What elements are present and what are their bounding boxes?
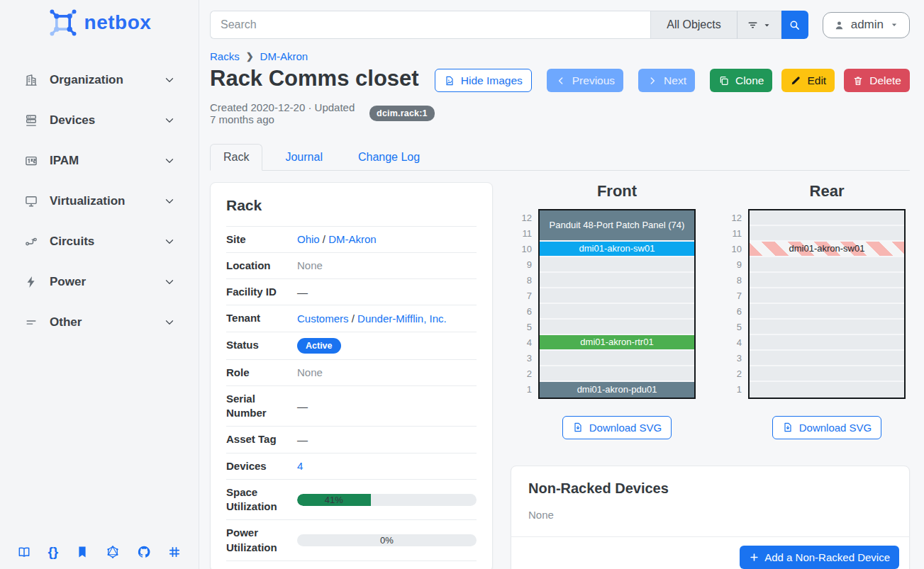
rack-elevation-rear: Rear 121110987654321 dmi01-akron-sw01 Do… [720, 182, 906, 439]
value-link-ohio[interactable]: Ohio [297, 233, 320, 245]
rack-unit-empty[interactable] [750, 351, 904, 366]
chevron-left-icon [555, 75, 567, 86]
edit-button[interactable]: Edit [781, 69, 835, 92]
rack-unit-empty[interactable] [540, 351, 694, 366]
graphql-icon[interactable] [106, 545, 120, 559]
search-scope-select[interactable]: All Objects [650, 11, 737, 39]
hide-images-button[interactable]: Hide Images [435, 69, 532, 92]
rack-unit-empty[interactable] [540, 320, 694, 335]
rack-unit-empty[interactable] [750, 304, 904, 320]
bookmark-icon[interactable] [75, 545, 89, 559]
rack-unit-empty[interactable] [750, 382, 904, 398]
netbox-logo[interactable]: netbox [0, 7, 199, 38]
rack-unit-empty[interactable] [540, 288, 694, 304]
rack-unit-empty[interactable] [750, 226, 904, 242]
chevron-down-icon [163, 195, 176, 208]
rack-device[interactable]: dmi01-akron-sw01 [750, 242, 904, 257]
search-button[interactable] [781, 11, 808, 39]
sidebar-item-organization[interactable]: Organization [0, 60, 199, 100]
rack-unit-empty[interactable] [750, 273, 904, 288]
unit-number: 6 [511, 304, 532, 320]
image-file-icon [444, 75, 455, 86]
chevron-down-icon [163, 276, 176, 288]
sidebar-item-label: Circuits [50, 235, 163, 249]
rack-unit-empty[interactable] [750, 320, 904, 335]
attr-row-space-utilization: Space Utilization 41% [226, 479, 477, 520]
breadcrumb: Racks❯DM-Akron [210, 50, 910, 62]
unit-number: 7 [511, 288, 532, 304]
power-utilization-bar: 0% [297, 534, 477, 546]
github-icon[interactable] [137, 545, 151, 559]
clone-button[interactable]: Clone [710, 69, 773, 92]
sidebar-item-devices[interactable]: Devices [0, 100, 199, 140]
rack-device[interactable]: dmi01-akron-pdu01 [540, 382, 694, 398]
value-link-dm-akron[interactable]: DM-Akron [328, 233, 377, 245]
sidebar-item-label: Power [50, 275, 163, 289]
non-racked-footer: Add a Non-Racked Device [511, 536, 909, 569]
download-file-icon [782, 422, 794, 433]
sidebar-item-power[interactable]: Power [0, 261, 199, 302]
sidebar-item-circuits[interactable]: Circuits [0, 221, 199, 261]
rack-device[interactable]: dmi01-akron-rtr01 [540, 335, 694, 351]
braces-icon[interactable]: {} [48, 545, 58, 559]
rack-unit-empty[interactable] [750, 288, 904, 304]
rack-unit-empty[interactable] [750, 366, 904, 382]
sidebar-item-virtualization[interactable]: Virtualization [0, 181, 199, 221]
rack-device[interactable]: Panduit 48-Port Patch Panel (74) [540, 210, 694, 242]
value-link-customers[interactable]: Customers [297, 312, 349, 325]
attr-row-facility-id: Facility ID— [226, 278, 477, 305]
rack-unit-empty[interactable] [750, 210, 904, 226]
previous-button[interactable]: Previous [547, 69, 623, 92]
unit-number: 9 [511, 257, 532, 273]
sidebar-item-ipam[interactable]: IPAM [0, 140, 199, 181]
tab-rack[interactable]: Rack [210, 144, 262, 171]
sidebar-item-label: Virtualization [50, 194, 163, 208]
next-button[interactable]: Next [638, 69, 695, 92]
search-filter-button[interactable] [737, 11, 781, 39]
right-column: Front 121110987654321 Panduit 48-Port Pa… [511, 182, 910, 569]
user-menu-button[interactable]: admin [823, 12, 910, 38]
sidebar-item-label: Organization [50, 73, 163, 87]
rack-device[interactable]: dmi01-akron-sw01 [540, 242, 694, 257]
value-link-devices[interactable]: 4 [297, 460, 303, 472]
tab-bar: RackJournalChange Log [210, 144, 910, 171]
value-link-dunder-mifflin-inc[interactable]: Dunder-Mifflin, Inc. [357, 312, 447, 325]
rack-unit-empty[interactable] [540, 257, 694, 273]
unit-number: 2 [511, 366, 532, 382]
breadcrumb-link-racks[interactable]: Racks [210, 50, 240, 62]
tab-change-log[interactable]: Change Log [345, 145, 433, 170]
rack-unit-empty[interactable] [540, 366, 694, 382]
unit-number: 12 [720, 210, 742, 226]
delete-button[interactable]: Delete [844, 69, 910, 92]
breadcrumb-link-dm-akron[interactable]: DM-Akron [260, 50, 308, 62]
rack-panel-title: Rack [226, 197, 477, 214]
search-input[interactable] [210, 11, 650, 39]
rack-unit-empty[interactable] [540, 304, 694, 320]
unit-number: 10 [511, 242, 532, 257]
meta-line: Created 2020-12-20 · Updated 7 months ag… [210, 101, 435, 125]
download-svg-button-rear[interactable]: Download SVG [772, 416, 882, 439]
non-racked-devices-panel: Non-Racked Devices None Add a Non-Racked… [511, 466, 910, 569]
slack-icon[interactable] [167, 545, 182, 559]
rack-unit-empty[interactable] [750, 335, 904, 351]
unit-number: 12 [511, 210, 532, 226]
rack-frame-front: Panduit 48-Port Patch Panel (74)dmi01-ak… [538, 209, 696, 399]
attr-row-devices: Devices4 [226, 453, 477, 479]
rack-frame-rear: dmi01-akron-sw01 [748, 209, 906, 399]
download-svg-button-front[interactable]: Download SVG [562, 416, 672, 439]
user-name: admin [851, 18, 884, 32]
chevron-right-icon [647, 75, 658, 86]
add-non-racked-device-button[interactable]: Add a Non-Racked Device [740, 546, 899, 569]
non-racked-title: Non-Racked Devices [511, 466, 909, 497]
power-icon [24, 275, 38, 289]
sidebar-item-other[interactable]: Other [0, 302, 199, 342]
elevation-title-rear: Rear [720, 182, 906, 201]
book-icon[interactable] [17, 545, 31, 559]
unit-number: 11 [720, 226, 742, 242]
tab-journal[interactable]: Journal [272, 145, 335, 170]
pencil-icon [790, 75, 801, 86]
caret-down-icon [889, 20, 899, 30]
rack-unit-empty[interactable] [750, 257, 904, 273]
elevation-title-front: Front [511, 182, 696, 201]
rack-unit-empty[interactable] [540, 273, 694, 288]
